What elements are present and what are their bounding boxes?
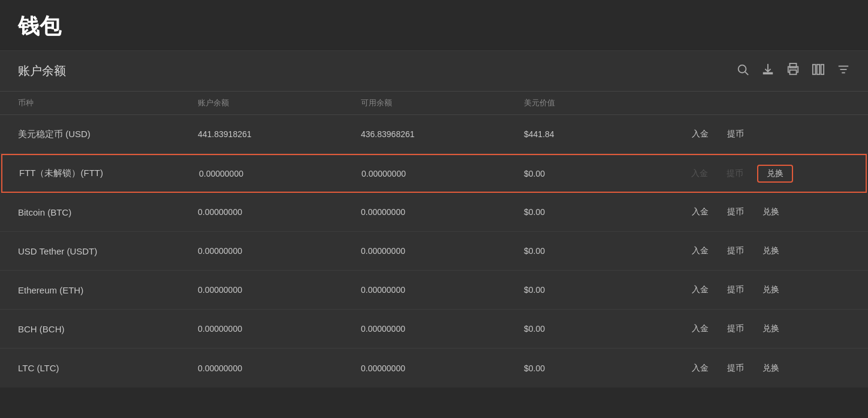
table-row: Bitcoin (BTC) 0.00000000 0.00000000 $0.0… <box>0 193 868 232</box>
balances-table: 币种 账户余额 可用余额 美元价值 美元稳定币 (USD) 441.839182… <box>0 92 868 387</box>
usd-value: $0.00 <box>524 169 686 178</box>
usd-value: $0.00 <box>524 285 687 295</box>
toolbar <box>736 63 850 79</box>
withdraw-button[interactable]: 提币 <box>722 361 749 376</box>
table-header: 币种 账户余额 可用余额 美元价值 <box>0 92 868 115</box>
svg-rect-3 <box>790 70 797 74</box>
withdraw-button-disabled: 提币 <box>722 166 748 181</box>
svg-point-0 <box>739 65 746 73</box>
currency-name: USD Tether (USDT) <box>18 246 198 256</box>
table-row-ftt: FTT（未解锁）(FTT) 0.00000000 0.00000000 $0.0… <box>1 154 867 193</box>
currency-name: 美元稳定币 (USD) <box>18 129 198 140</box>
table-row: Ethereum (ETH) 0.00000000 0.00000000 $0.… <box>0 271 868 310</box>
deposit-button[interactable]: 入金 <box>687 243 713 259</box>
available-amount: 0.00000000 <box>361 246 524 256</box>
currency-name: Bitcoin (BTC) <box>18 207 198 217</box>
withdraw-button[interactable]: 提币 <box>722 126 749 142</box>
balance-amount: 0.00000000 <box>198 207 361 217</box>
usd-value: $0.00 <box>524 207 687 217</box>
print-icon[interactable] <box>786 63 800 79</box>
table-row: 美元稳定币 (USD) 441.83918261 436.83968261 $4… <box>0 115 868 154</box>
actions-cell: 入金 提币 兑换 <box>686 165 849 183</box>
balance-amount: 0.00000000 <box>198 324 361 334</box>
actions-cell: 入金 提币 兑换 <box>687 282 850 298</box>
section-header: 账户余额 <box>0 51 868 92</box>
table-row: BCH (BCH) 0.00000000 0.00000000 $0.00 入金… <box>0 310 868 349</box>
available-amount: 0.00000000 <box>361 324 524 334</box>
header-actions <box>687 98 850 108</box>
header-usd-value: 美元价值 <box>524 98 687 108</box>
balance-amount: 0.00000000 <box>198 246 361 256</box>
download-icon[interactable] <box>761 63 774 79</box>
filter-icon[interactable] <box>837 63 850 79</box>
actions-cell: 入金 提币 <box>687 126 850 142</box>
convert-button[interactable]: 兑换 <box>758 282 784 298</box>
currency-name: BCH (BCH) <box>18 324 198 334</box>
header-available: 可用余额 <box>361 98 524 108</box>
svg-line-1 <box>745 72 748 75</box>
convert-button[interactable]: 兑换 <box>758 243 784 259</box>
deposit-button[interactable]: 入金 <box>687 126 713 142</box>
deposit-button-disabled: 入金 <box>686 166 713 181</box>
available-amount: 436.83968261 <box>361 129 524 139</box>
deposit-button[interactable]: 入金 <box>687 204 713 220</box>
actions-cell: 入金 提币 兑换 <box>687 361 850 376</box>
usd-value: $441.84 <box>524 129 687 139</box>
available-amount: 0.00000000 <box>361 364 524 373</box>
available-amount: 0.00000000 <box>361 207 524 217</box>
convert-button[interactable]: 兑换 <box>758 204 784 220</box>
table-row: USD Tether (USDT) 0.00000000 0.00000000 … <box>0 232 868 271</box>
table-row: LTC (LTC) 0.00000000 0.00000000 $0.00 入金… <box>0 349 868 387</box>
convert-button-highlighted[interactable]: 兑换 <box>757 165 793 183</box>
withdraw-button[interactable]: 提币 <box>722 243 749 259</box>
deposit-button[interactable]: 入金 <box>687 282 713 298</box>
convert-button[interactable]: 兑换 <box>758 361 784 376</box>
svg-rect-6 <box>821 65 824 75</box>
svg-rect-4 <box>813 65 816 75</box>
actions-cell: 入金 提币 兑换 <box>687 204 850 220</box>
withdraw-button[interactable]: 提币 <box>722 321 749 337</box>
header-currency: 币种 <box>18 98 198 108</box>
currency-name: FTT（未解锁）(FTT) <box>19 168 199 179</box>
usd-value: $0.00 <box>524 324 687 334</box>
available-amount: 0.00000000 <box>361 285 524 295</box>
convert-button[interactable]: 兑换 <box>758 321 784 337</box>
available-amount: 0.00000000 <box>361 169 524 178</box>
page-header: 钱包 <box>0 0 868 51</box>
columns-icon[interactable] <box>812 63 825 79</box>
currency-name: LTC (LTC) <box>18 363 198 373</box>
deposit-button[interactable]: 入金 <box>687 361 713 376</box>
deposit-button[interactable]: 入金 <box>687 321 713 337</box>
balance-amount: 0.00000000 <box>198 285 361 295</box>
balance-amount: 0.00000000 <box>198 364 361 373</box>
currency-name: Ethereum (ETH) <box>18 285 198 295</box>
balance-amount: 0.00000000 <box>199 169 361 178</box>
withdraw-button[interactable]: 提币 <box>722 282 749 298</box>
content-area: 账户余额 <box>0 51 868 387</box>
balance-amount: 441.83918261 <box>198 129 361 139</box>
withdraw-button[interactable]: 提币 <box>722 204 749 220</box>
svg-rect-5 <box>817 65 820 75</box>
search-icon[interactable] <box>736 63 749 79</box>
actions-cell: 入金 提币 兑换 <box>687 243 850 259</box>
actions-cell: 入金 提币 兑换 <box>687 321 850 337</box>
header-balance: 账户余额 <box>198 98 361 108</box>
page-title: 钱包 <box>18 12 850 41</box>
section-title: 账户余额 <box>18 63 66 79</box>
usd-value: $0.00 <box>524 364 687 373</box>
usd-value: $0.00 <box>524 246 687 256</box>
